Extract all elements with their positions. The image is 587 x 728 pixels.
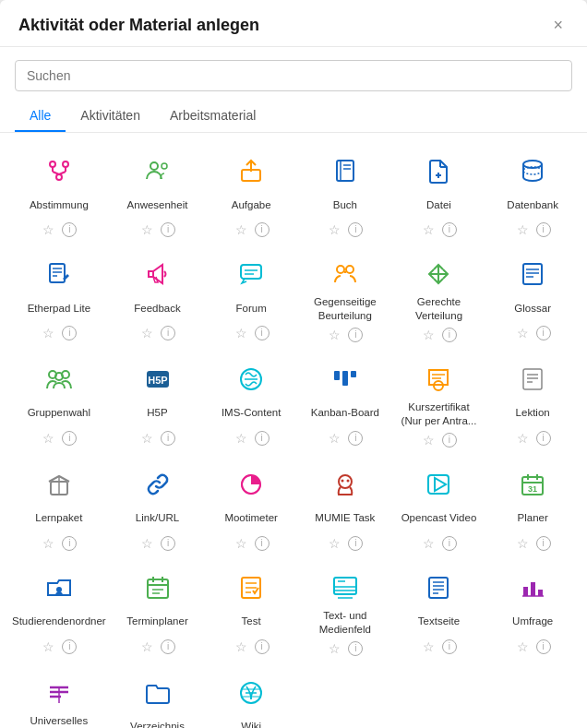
info-button[interactable]: i: [161, 431, 175, 446]
item-gegenseitige[interactable]: Gegenseitige Beurteilung☆i: [298, 245, 392, 351]
star-button[interactable]: ☆: [515, 431, 531, 446]
tab-alle[interactable]: Alle: [15, 101, 66, 132]
info-button[interactable]: i: [348, 641, 363, 656]
item-textmedien[interactable]: Text- und Medienfeld☆i: [298, 559, 392, 664]
star-button[interactable]: ☆: [41, 536, 56, 551]
item-glossar[interactable]: Glossar☆i: [485, 245, 580, 351]
info-button[interactable]: i: [255, 639, 270, 654]
item-studierenden[interactable]: Studierendenordner☆i: [7, 559, 111, 664]
item-kurszertifikat[interactable]: Kurszertifikat (Nur per Antra...☆i: [392, 351, 486, 456]
star-button[interactable]: ☆: [515, 639, 531, 654]
item-buch[interactable]: Buch☆i: [298, 142, 392, 245]
star-button[interactable]: ☆: [41, 222, 56, 237]
star-button[interactable]: ☆: [327, 328, 342, 342]
info-button[interactable]: i: [62, 639, 77, 654]
star-button[interactable]: ☆: [515, 326, 531, 340]
star-button[interactable]: ☆: [234, 639, 249, 654]
star-button[interactable]: ☆: [515, 222, 531, 237]
search-input[interactable]: [15, 60, 572, 91]
tab-arbeitsmaterial[interactable]: Arbeitsmaterial: [155, 101, 270, 132]
item-label: Feedback: [134, 295, 181, 321]
star-button[interactable]: ☆: [41, 639, 56, 654]
info-button[interactable]: i: [255, 536, 270, 551]
info-button[interactable]: i: [442, 639, 457, 654]
star-button[interactable]: ☆: [41, 326, 56, 340]
star-button[interactable]: ☆: [327, 431, 342, 446]
info-button[interactable]: i: [442, 328, 457, 342]
info-button[interactable]: i: [348, 431, 363, 446]
item-feedback[interactable]: Feedback☆i: [111, 245, 205, 351]
info-button[interactable]: i: [348, 328, 363, 342]
star-button[interactable]: ☆: [421, 639, 437, 654]
item-ims[interactable]: IMS-Content☆i: [204, 351, 298, 456]
star-button[interactable]: ☆: [421, 536, 437, 551]
star-button[interactable]: ☆: [421, 328, 437, 342]
info-button[interactable]: i: [255, 431, 270, 446]
star-button[interactable]: ☆: [327, 536, 342, 551]
star-button[interactable]: ☆: [515, 536, 531, 551]
star-button[interactable]: ☆: [139, 639, 155, 654]
info-button[interactable]: i: [161, 536, 175, 551]
star-button[interactable]: ☆: [421, 222, 437, 237]
item-lernpaket[interactable]: Lernpaket☆i: [7, 456, 111, 559]
info-button[interactable]: i: [442, 433, 457, 448]
close-button[interactable]: ×: [547, 15, 569, 35]
info-button[interactable]: i: [536, 639, 551, 654]
info-button[interactable]: i: [255, 222, 270, 237]
star-button[interactable]: ☆: [234, 431, 249, 446]
star-button[interactable]: ☆: [327, 641, 342, 656]
info-button[interactable]: i: [62, 431, 77, 446]
info-button[interactable]: i: [536, 536, 551, 551]
info-button[interactable]: i: [62, 222, 77, 237]
item-kanban[interactable]: Kanban-Board☆i: [298, 351, 392, 456]
info-button[interactable]: i: [348, 536, 363, 551]
info-button[interactable]: i: [442, 222, 457, 237]
item-gerechte[interactable]: Gerechte Verteilung☆i: [392, 245, 486, 351]
star-button[interactable]: ☆: [234, 222, 249, 237]
star-button[interactable]: ☆: [421, 433, 437, 448]
item-datenbank[interactable]: Datenbank☆i: [485, 142, 580, 245]
info-button[interactable]: i: [161, 326, 175, 340]
item-textseite[interactable]: Textseite☆i: [392, 559, 486, 664]
item-gruppenwahl[interactable]: Gruppenwahl☆i: [7, 351, 111, 456]
info-button[interactable]: i: [62, 326, 77, 340]
item-planer[interactable]: 31Planer☆i: [485, 456, 580, 559]
item-abstimmung[interactable]: Abstimmung☆i: [7, 142, 111, 245]
svg-point-28: [337, 266, 344, 273]
item-wiki[interactable]: Wiki☆i: [204, 664, 298, 728]
item-forum[interactable]: Forum☆i: [204, 245, 298, 351]
info-button[interactable]: i: [255, 326, 270, 340]
star-button[interactable]: ☆: [139, 536, 155, 551]
info-button[interactable]: i: [161, 222, 175, 237]
star-button[interactable]: ☆: [234, 326, 249, 340]
item-opencast[interactable]: Opencast Video☆i: [392, 456, 486, 559]
item-mumie[interactable]: MUMIE Task☆i: [298, 456, 392, 559]
item-link[interactable]: Link/URL☆i: [111, 456, 205, 559]
info-button[interactable]: i: [348, 222, 363, 237]
item-aufgabe[interactable]: Aufgabe☆i: [204, 142, 298, 245]
info-button[interactable]: i: [161, 639, 175, 654]
item-mootimeter[interactable]: Mootimeter☆i: [204, 456, 298, 559]
item-umfrage[interactable]: Umfrage☆i: [485, 559, 580, 664]
tab-aktivitaeten[interactable]: Aktivitäten: [66, 101, 155, 132]
info-button[interactable]: i: [536, 431, 551, 446]
item-anwesenheit[interactable]: Anwesenheit☆i: [111, 142, 205, 245]
info-button[interactable]: i: [536, 222, 551, 237]
item-lektion[interactable]: Lektion☆i: [485, 351, 580, 456]
star-button[interactable]: ☆: [234, 536, 249, 551]
star-button[interactable]: ☆: [139, 431, 155, 446]
item-terminplaner[interactable]: Terminplaner☆i: [111, 559, 205, 664]
star-button[interactable]: ☆: [139, 326, 155, 340]
star-button[interactable]: ☆: [139, 222, 155, 237]
info-button[interactable]: i: [62, 536, 77, 551]
item-test[interactable]: Test☆i: [204, 559, 298, 664]
star-button[interactable]: ☆: [41, 431, 56, 446]
info-button[interactable]: i: [442, 536, 457, 551]
item-h5p[interactable]: H5PH5P☆i: [111, 351, 205, 456]
info-button[interactable]: i: [536, 326, 551, 340]
item-etherpad[interactable]: Etherpad Lite☆i: [7, 245, 111, 351]
item-verzeichnis[interactable]: Verzeichnis☆i: [111, 664, 205, 728]
item-datei[interactable]: Datei☆i: [392, 142, 486, 245]
item-universelles[interactable]: Universelles Textfeld☆i: [7, 664, 111, 728]
star-button[interactable]: ☆: [327, 222, 342, 237]
